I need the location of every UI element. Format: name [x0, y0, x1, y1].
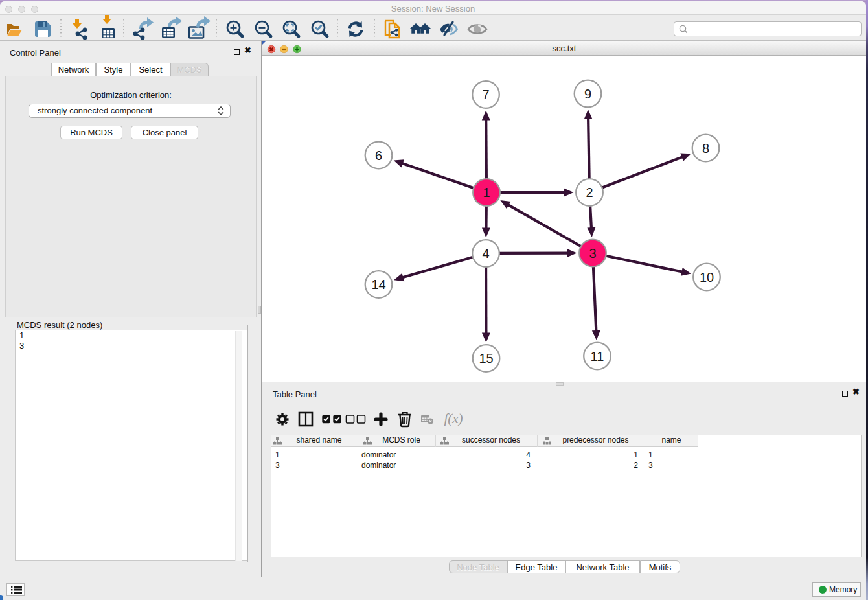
svg-text:3: 3 — [589, 246, 596, 260]
svg-text:14: 14 — [371, 277, 385, 292]
svg-text:8: 8 — [702, 141, 709, 156]
svg-text:11: 11 — [591, 349, 604, 363]
svg-text:15: 15 — [479, 351, 493, 365]
svg-text:2: 2 — [586, 185, 593, 200]
svg-text:9: 9 — [584, 87, 591, 101]
svg-text:6: 6 — [375, 148, 382, 163]
svg-text:10: 10 — [700, 270, 714, 284]
svg-text:4: 4 — [482, 246, 489, 260]
svg-text:1: 1 — [483, 185, 490, 200]
svg-text:7: 7 — [482, 87, 489, 102]
svg-text:f(x): f(x) — [444, 411, 463, 426]
